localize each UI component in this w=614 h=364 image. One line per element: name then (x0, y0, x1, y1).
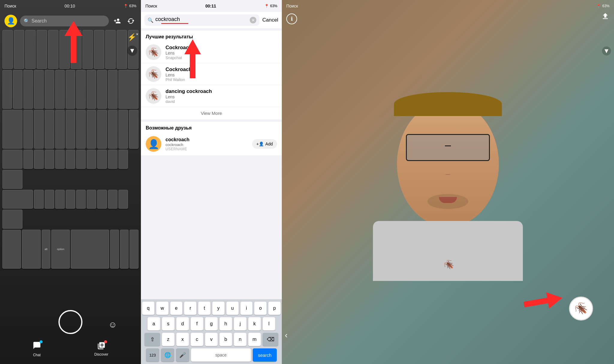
key-a[interactable] (23, 150, 33, 169)
search-bar[interactable]: 🔍 Search (20, 16, 109, 26)
key-f2[interactable] (14, 30, 24, 69)
key-space[interactable] (71, 230, 109, 269)
key-up[interactable] (120, 230, 129, 269)
key-r[interactable] (55, 110, 65, 149)
key-3[interactable] (34, 70, 43, 109)
key-f8[interactable] (82, 30, 93, 69)
key-v[interactable] (66, 190, 75, 209)
key-bracket-r[interactable] (129, 110, 139, 149)
result-item-dancing-cockroach[interactable]: 🪳 dancing cockroach Lens david (141, 85, 282, 107)
key-f3[interactable] (25, 30, 36, 69)
info-button[interactable]: ℹ (286, 13, 297, 24)
key-q[interactable] (23, 110, 33, 149)
view-more-button[interactable]: View More (141, 107, 282, 119)
key-5[interactable] (55, 70, 65, 109)
key-alt[interactable]: alt (42, 230, 51, 269)
key-c[interactable]: c (191, 333, 203, 346)
key-h[interactable]: h (219, 317, 232, 330)
chevron-right-icon[interactable]: ▼ (127, 46, 137, 56)
key-o[interactable]: o (254, 302, 267, 315)
key-v[interactable]: v (205, 333, 218, 346)
key-f6[interactable] (59, 30, 70, 69)
key-2[interactable] (23, 70, 33, 109)
key-left[interactable] (110, 230, 119, 269)
key-f[interactable]: f (191, 317, 203, 330)
key-s[interactable]: s (162, 317, 174, 330)
camera-flip-button[interactable] (126, 16, 136, 26)
key-i[interactable] (97, 110, 107, 149)
key-6[interactable] (66, 70, 75, 109)
key-comma[interactable] (108, 190, 118, 209)
key-9[interactable] (97, 70, 107, 109)
key-search-button[interactable]: search (253, 348, 277, 362)
key-j[interactable] (87, 150, 96, 169)
back-arrow[interactable]: ‹ (285, 330, 288, 340)
key-y[interactable] (76, 110, 86, 149)
search-input-wrap[interactable]: 🔍 cockroach ✕ (145, 14, 259, 26)
key-delete[interactable] (118, 70, 139, 109)
key-q[interactable]: q (142, 302, 154, 315)
flash-button[interactable]: ⚡ (127, 33, 136, 41)
key-n[interactable] (87, 190, 96, 209)
user-avatar[interactable]: 👤 (4, 15, 17, 27)
key-7[interactable] (76, 70, 86, 109)
key-8[interactable] (87, 70, 96, 109)
key-fn[interactable] (2, 230, 21, 269)
key-i[interactable]: i (240, 302, 253, 315)
cancel-button[interactable]: Cancel (262, 17, 278, 23)
key-d[interactable]: d (176, 317, 189, 330)
key-f7[interactable] (71, 30, 81, 69)
result-item-cockroach-phil[interactable]: 🪳 Cockroach Lens Phil Walton (141, 63, 282, 85)
key-f10[interactable] (105, 30, 116, 69)
key-4[interactable] (45, 70, 54, 109)
key-b[interactable]: b (219, 333, 232, 346)
key-f9[interactable] (94, 30, 104, 69)
key-option[interactable]: option (51, 230, 70, 269)
key-z[interactable] (34, 190, 43, 209)
key-u[interactable] (87, 110, 96, 149)
key-tilde[interactable] (2, 70, 12, 109)
key-period[interactable] (118, 190, 128, 209)
key-f5[interactable] (48, 30, 58, 69)
key-l[interactable] (108, 150, 118, 169)
key-semicolon[interactable] (118, 150, 128, 169)
key-b[interactable] (76, 190, 86, 209)
key-f1[interactable] (2, 30, 13, 69)
result-item-cockroach-snapchat[interactable]: 🪳 Cockroach Lens Snapchat (141, 41, 282, 63)
key-space[interactable]: space (191, 348, 251, 362)
key-a[interactable]: a (148, 317, 160, 330)
key-p[interactable]: p (268, 302, 281, 315)
key-f[interactable] (55, 150, 65, 169)
chevron-panel3-icon[interactable]: ▼ (602, 46, 611, 55)
key-w[interactable] (34, 110, 43, 149)
key-h[interactable] (76, 150, 86, 169)
key-x[interactable] (45, 190, 54, 209)
key-tab[interactable] (2, 110, 22, 149)
upload-button[interactable] (601, 12, 610, 22)
key-command-l[interactable] (22, 230, 40, 269)
key-backspace[interactable]: ⌫ (263, 333, 278, 346)
key-shift[interactable] (2, 190, 33, 209)
key-r[interactable]: r (184, 302, 196, 315)
key-f11[interactable] (117, 30, 127, 69)
friend-item-cockroach[interactable]: 👤 cockroach cockroach USERNAME +👤 Add (141, 133, 282, 155)
cockroach-lens-button[interactable]: 🪳 (569, 297, 593, 321)
key-p[interactable] (118, 110, 128, 149)
key-x[interactable]: x (176, 333, 189, 346)
add-friend-button[interactable]: +👤 Add (252, 139, 277, 149)
key-shift[interactable]: ⇧ (145, 333, 160, 346)
key-g[interactable]: g (205, 317, 218, 330)
key-l[interactable]: l (263, 317, 275, 330)
key-right[interactable] (130, 230, 139, 269)
key-s[interactable] (34, 150, 43, 169)
key-w[interactable]: w (156, 302, 168, 315)
key-shift-r[interactable] (2, 210, 22, 229)
key-y[interactable]: y (212, 302, 225, 315)
key-e[interactable]: e (170, 302, 183, 315)
key-j[interactable]: j (234, 317, 246, 330)
key-g[interactable] (66, 150, 75, 169)
key-m[interactable] (97, 190, 107, 209)
key-enter[interactable] (2, 170, 22, 189)
key-c[interactable] (55, 190, 65, 209)
add-friend-button[interactable] (112, 16, 123, 26)
